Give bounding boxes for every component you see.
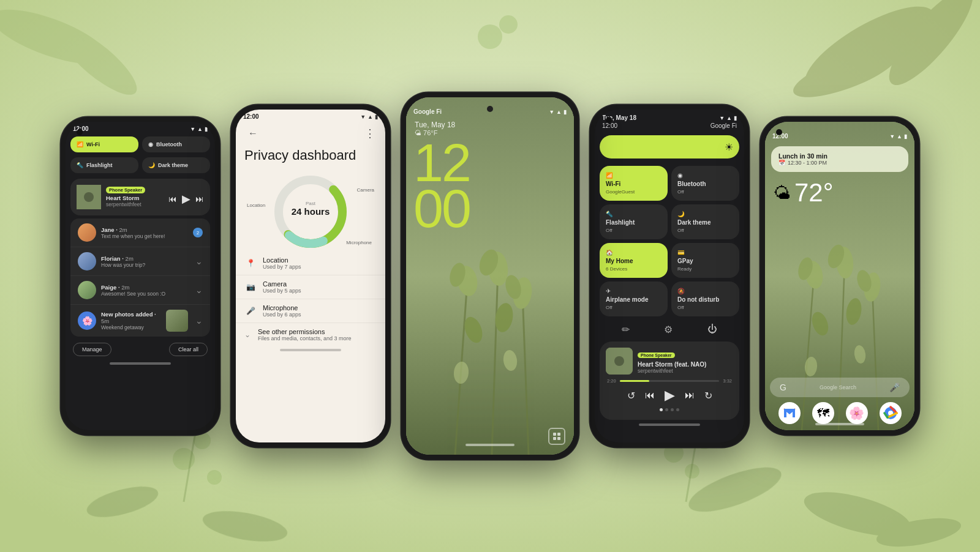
dark-theme-tile[interactable]: 🌙 Dark theme [142, 157, 210, 173]
expand-photos-icon[interactable]: ⌄ [195, 316, 203, 326]
flashlight-icon: 🔦 [77, 162, 83, 168]
flashlight-icon: 🔦 [606, 211, 662, 217]
phone5-status-icons: ▼ ▲ ▮ [889, 133, 907, 140]
clear-all-button[interactable]: Clear all [169, 343, 208, 356]
chrome-app-icon[interactable] [880, 402, 902, 424]
location-info: Location Used by 7 apps [263, 256, 377, 270]
notifications-group: Jane · 2m Text me when you get here! 2 F… [70, 218, 210, 337]
recent-apps-button[interactable] [548, 428, 565, 445]
brightness-slider[interactable]: ☀ [600, 135, 739, 159]
p4-album-art [606, 348, 633, 375]
app-dock: G Google Search 🎤 [765, 378, 914, 424]
microphone-permission[interactable]: 🎤 Microphone Used by 6 apps [236, 299, 385, 323]
paige-avatar [78, 281, 96, 299]
prev-button[interactable]: ⏮ [645, 390, 655, 401]
maps-app-icon[interactable]: 🗺 [812, 402, 834, 424]
dot-3 [671, 408, 674, 411]
notification-paige[interactable]: Paige · 2m Awesome! See you soon :O ⌄ [70, 276, 210, 305]
bluetooth-icon: ◉ [148, 141, 153, 147]
p4-seekbar[interactable] [620, 380, 720, 382]
wifi-icon: 📶 [606, 172, 662, 179]
paige-message: Awesome! See you soon :O [101, 291, 190, 297]
phone4-content: Tue, May 18 ▼ ▲ ▮ 12:00 Google Fi ☀ [595, 110, 744, 442]
wifi-label: Wi-Fi [86, 141, 100, 147]
search-bar[interactable]: G Google Search 🎤 [770, 378, 910, 397]
airplane-tile[interactable]: ✈ Airplane mode Off [600, 282, 668, 316]
notification-photos[interactable]: 🌸 New photos added · 5m Weekend getaway … [70, 305, 210, 337]
photos-app-icon[interactable]: 🌸 [846, 402, 868, 424]
phone3-carrier: Google Fi [413, 108, 442, 115]
dot-2 [665, 408, 668, 411]
next-button[interactable]: ⏭ [685, 390, 695, 401]
myhome-tile[interactable]: 🏠 My Home 6 Devices [600, 243, 668, 278]
notification-florian[interactable]: Florian · 2m How was your trip? ⌄ [70, 247, 210, 276]
dark-theme-tile[interactable]: 🌙 Dark theme Off [671, 204, 739, 239]
flashlight-tile[interactable]: 🔦 Flashlight [70, 157, 138, 173]
prev-button[interactable]: ⏮ [168, 194, 177, 204]
bluetooth-tile[interactable]: ◉ Bluetooth Off [671, 166, 739, 201]
phone-notifications: 12:00 ▼ ▲ ▮ 📶 Wi-Fi ◉ Bluetooth [61, 117, 220, 435]
camera-icon: 📷 [244, 281, 257, 293]
calendar-icon: 📅 [778, 160, 785, 166]
bluetooth-icon: ◉ [677, 172, 733, 179]
phone4-status-icons: ▼ ▲ ▮ [719, 115, 737, 121]
edit-icon[interactable]: ✏ [622, 324, 630, 335]
microphone-label: Microphone [346, 240, 372, 245]
phone5-content: 12:00 ▼ ▲ ▮ Lunch in 30 min 📅 12:30 - 1:… [765, 122, 914, 430]
next-button[interactable]: ⏭ [195, 194, 204, 204]
dark-theme-icon: 🌙 [677, 211, 733, 217]
other-permissions-info: See other permissions Files and media, c… [258, 328, 377, 341]
play-button[interactable]: ▶ [665, 387, 675, 403]
camera-hole [776, 129, 782, 135]
dark-theme-icon: 🌙 [148, 162, 155, 168]
phone2-content: 12:00 ▼ ▲ ▮ ← ⋮ Privacy dashboard [236, 110, 385, 442]
wifi-tile[interactable]: 📶 Wi-Fi GoogleGuest [600, 166, 668, 201]
quick-settings-grid: 📶 Wi-Fi GoogleGuest ◉ Bluetooth Off 🔦 Fl… [595, 162, 744, 320]
forward-button[interactable]: ↻ [704, 390, 712, 401]
gpay-tile[interactable]: 💳 GPay Ready [671, 243, 739, 278]
battery-icon: ▮ [205, 126, 208, 132]
wifi-tile[interactable]: 📶 Wi-Fi [70, 136, 138, 152]
flashlight-label: Flashlight [86, 162, 113, 168]
camera-permission[interactable]: 📷 Camera Used by 5 apps [236, 275, 385, 299]
replay-button[interactable]: ↺ [627, 390, 635, 401]
phone2-screen: 12:00 ▼ ▲ ▮ ← ⋮ Privacy dashboard [236, 110, 385, 442]
jane-badge: 2 [193, 228, 203, 237]
notification-actions: Manage Clear all [66, 339, 215, 360]
phone1-content: 12:00 ▼ ▲ ▮ 📶 Wi-Fi ◉ Bluetooth [66, 122, 215, 430]
wifi-icon: ▲ [726, 115, 732, 121]
expand-icon[interactable]: ⌄ [195, 256, 203, 266]
power-icon[interactable]: ⏻ [707, 324, 717, 335]
dnd-tile[interactable]: 🔕 Do not disturb Off [671, 282, 739, 316]
manage-button[interactable]: Manage [73, 343, 111, 356]
more-options-button[interactable]: ⋮ [360, 124, 380, 143]
other-permissions[interactable]: ⌄ See other permissions Files and media,… [236, 323, 385, 346]
media-player-card: Phone Speaker Heart Storm serpentwithfee… [70, 179, 210, 215]
expand-chevron-icon: ⌄ [244, 330, 251, 339]
back-button[interactable]: ← [241, 125, 265, 141]
home-indicator [110, 362, 171, 365]
privacy-dashboard-header: ← ⋮ [236, 122, 385, 143]
photos-notification-content: New photos added · 5m Weekend getaway [101, 311, 161, 330]
settings-icon[interactable]: ⚙ [664, 324, 673, 335]
recent-apps-icon [552, 432, 561, 441]
photo-thumbnail [166, 310, 188, 332]
location-permission[interactable]: 📍 Location Used by 7 apps [236, 252, 385, 275]
calendar-widget[interactable]: Lunch in 30 min 📅 12:30 - 1:00 PM [771, 146, 908, 172]
maps-icon: 🗺 [817, 406, 829, 420]
phone2-time: 12:00 [243, 113, 259, 120]
flashlight-tile[interactable]: 🔦 Flashlight Off [600, 204, 668, 239]
play-button[interactable]: ▶ [182, 192, 190, 206]
gmail-app-icon[interactable] [778, 402, 801, 424]
photos-name: New photos added · 5m [101, 311, 161, 324]
signal-icon: ▼ [889, 133, 895, 140]
home-icon: 🏠 [606, 249, 662, 256]
privacy-ring-chart: Location Camera Microphone Past 24 hours [242, 166, 379, 252]
florian-message: How was your trip? [101, 262, 190, 268]
bluetooth-tile[interactable]: ◉ Bluetooth [142, 136, 210, 152]
florian-notification-content: Florian · 2m How was your trip? [101, 255, 190, 268]
weather-widget[interactable]: 🌤 72° [765, 176, 914, 210]
notification-jane[interactable]: Jane · 2m Text me when you get here! 2 [70, 218, 210, 247]
expand-paige-icon[interactable]: ⌄ [195, 285, 203, 295]
wifi-icon: ▲ [368, 114, 373, 120]
